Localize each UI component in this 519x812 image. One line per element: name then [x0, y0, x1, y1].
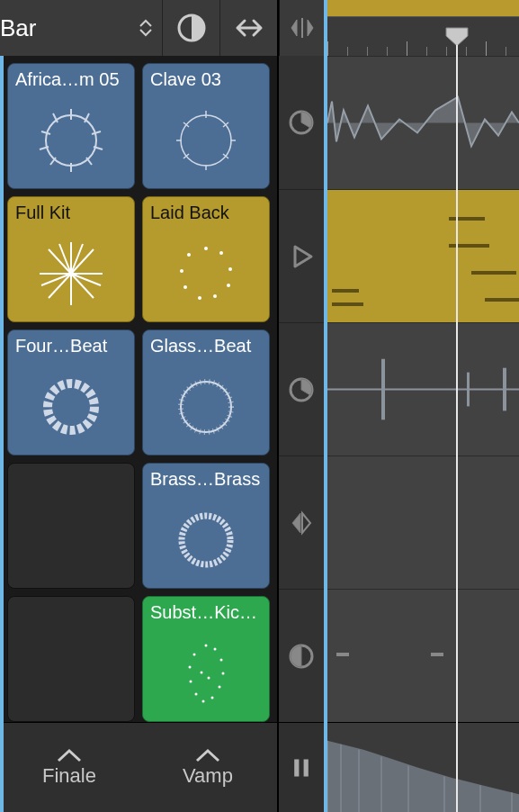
- svg-rect-63: [294, 759, 299, 776]
- pause-icon: [290, 756, 313, 780]
- stepper-icon: [137, 19, 155, 37]
- svg-point-39: [198, 296, 201, 300]
- svg-point-41: [180, 269, 183, 273]
- cell-label: Four…Beat: [8, 334, 134, 358]
- track-mode-button[interactable]: [279, 189, 324, 322]
- track-lane[interactable]: [327, 722, 519, 812]
- loop-cell[interactable]: Full Kit: [7, 196, 135, 322]
- chevron-up-icon: [57, 748, 82, 762]
- cell-label: Full Kit: [8, 201, 134, 225]
- svg-point-58: [208, 676, 210, 679]
- arrangement-marker-bar[interactable]: [327, 0, 519, 16]
- svg-line-23: [71, 249, 94, 274]
- cell-label: Brass…Brass: [143, 467, 269, 492]
- live-loops-topbar: Bar: [0, 0, 279, 56]
- track-header-column: [279, 56, 324, 722]
- waveform-icon: [166, 92, 246, 188]
- playhead-icon[interactable]: [445, 27, 469, 47]
- track-mode-button[interactable]: [279, 589, 324, 722]
- scene-label: Finale: [42, 764, 96, 788]
- svg-rect-64: [304, 759, 309, 776]
- waveform-icon: [166, 225, 246, 321]
- svg-line-29: [49, 249, 71, 274]
- svg-point-36: [228, 267, 232, 271]
- track-lane[interactable]: [327, 456, 519, 589]
- cell-row: Africa…m 05 Clave 03: [7, 63, 270, 189]
- waveform-icon: [31, 92, 112, 188]
- scene-switcher-bar: Finale Vamp: [0, 722, 279, 812]
- svg-point-35: [219, 251, 223, 255]
- cell-label: Laid Back: [143, 201, 269, 225]
- svg-point-59: [201, 671, 203, 673]
- contrast-icon: [176, 13, 207, 43]
- svg-point-2: [46, 115, 96, 166]
- collapse-icon: [289, 14, 316, 41]
- svg-line-30: [71, 244, 83, 274]
- loop-cell[interactable]: Laid Back: [142, 196, 270, 322]
- waveform-icon: [31, 358, 112, 455]
- svg-point-34: [204, 247, 208, 250]
- svg-point-57: [193, 653, 196, 655]
- svg-point-37: [227, 284, 230, 287]
- track-lane[interactable]: [327, 189, 519, 322]
- stretch-button[interactable]: [219, 0, 277, 56]
- stretch-icon: [234, 13, 264, 43]
- svg-rect-66: [381, 359, 385, 420]
- live-loops-grid: Africa…m 05 Clave 03: [0, 56, 279, 722]
- svg-point-51: [219, 685, 221, 688]
- track-lane[interactable]: [327, 56, 519, 189]
- ruler[interactable]: [327, 16, 519, 56]
- cell-row: Full Kit Laid Back: [7, 196, 270, 322]
- svg-line-31: [59, 244, 71, 274]
- svg-rect-68: [503, 368, 506, 411]
- loop-cell[interactable]: Glass…Beat: [142, 329, 270, 456]
- pause-button[interactable]: [279, 722, 324, 812]
- contrast-icon: [288, 643, 315, 670]
- track-mode-button[interactable]: [279, 56, 324, 189]
- empty-cell[interactable]: [7, 596, 135, 722]
- cell-label: Glass…Beat: [143, 334, 269, 358]
- cell-label: Africa…m 05: [8, 68, 134, 92]
- audio-waveform: [327, 323, 519, 456]
- scene-button-vamp[interactable]: Vamp: [139, 723, 277, 812]
- track-lane[interactable]: [327, 589, 519, 722]
- svg-point-50: [222, 672, 225, 674]
- loop-cell[interactable]: Africa…m 05: [7, 63, 135, 189]
- svg-point-56: [189, 665, 192, 668]
- svg-point-47: [205, 644, 208, 646]
- cell-row: Subst…Kick 2: [7, 596, 270, 722]
- scene-label: Vamp: [183, 764, 233, 788]
- waveform-icon: [31, 225, 112, 321]
- waveform-icon: [166, 358, 246, 455]
- loop-cell[interactable]: Subst…Kick 2: [142, 596, 270, 722]
- scene-button-finale[interactable]: Finale: [0, 723, 139, 812]
- chevron-up-icon: [195, 748, 220, 762]
- svg-rect-67: [467, 373, 470, 407]
- svg-point-54: [195, 692, 198, 695]
- loop-cell[interactable]: Clave 03: [142, 63, 270, 189]
- pie-icon: [288, 376, 315, 403]
- svg-point-52: [211, 696, 214, 699]
- track-mode-button[interactable]: [279, 456, 324, 589]
- loop-cell[interactable]: Four…Beat: [7, 329, 135, 456]
- track-lane[interactable]: [327, 322, 519, 456]
- divider-toggle-button[interactable]: [279, 0, 324, 56]
- waveform-icon: [166, 625, 246, 721]
- svg-point-55: [190, 680, 192, 682]
- svg-point-46: [182, 516, 230, 564]
- empty-cell[interactable]: [7, 463, 135, 589]
- audio-waveform: [327, 723, 519, 812]
- quantize-dropdown[interactable]: Bar: [0, 0, 162, 56]
- playhead-line[interactable]: [456, 45, 458, 812]
- pie-icon: [288, 109, 315, 136]
- selection-highlight: [324, 0, 327, 812]
- audio-waveform: [327, 57, 519, 189]
- svg-point-49: [220, 658, 223, 661]
- play-icon: [288, 243, 315, 270]
- svg-point-42: [187, 253, 191, 257]
- track-mode-button[interactable]: [279, 322, 324, 456]
- svg-point-38: [213, 294, 217, 298]
- svg-point-40: [183, 285, 187, 289]
- loop-cell[interactable]: Brass…Brass: [142, 463, 270, 589]
- contrast-button[interactable]: [162, 0, 219, 56]
